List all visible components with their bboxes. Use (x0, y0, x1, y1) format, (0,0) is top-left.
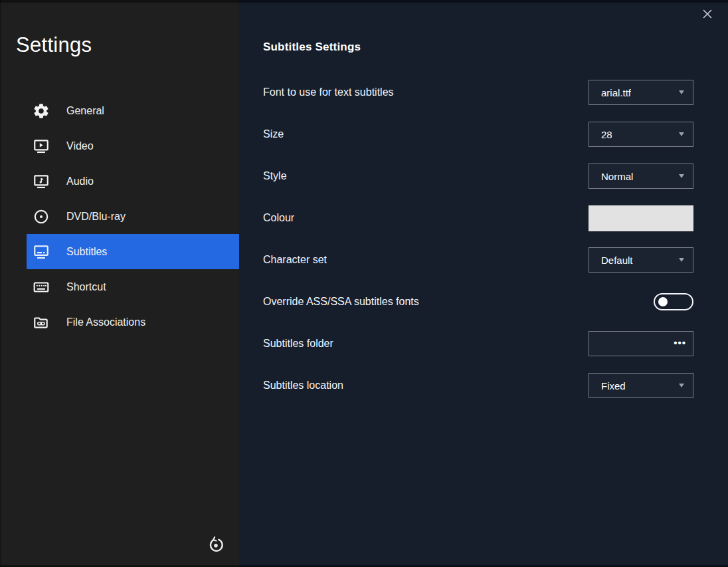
disc-icon (32, 207, 50, 226)
sidebar-item-label: DVD/Blu-ray (66, 211, 126, 223)
settings-rows: Font to use for text subtitles arial.ttf… (263, 80, 693, 415)
subtitles-location-label: Subtitles location (263, 380, 343, 392)
style-dropdown[interactable]: Normal (589, 164, 693, 189)
settings-nav: General Video Audio (0, 93, 239, 340)
close-button[interactable] (701, 7, 714, 21)
sidebar-item-label: Audio (66, 175, 94, 187)
subtitles-folder-input[interactable]: ••• (589, 331, 693, 356)
chevron-down-icon (679, 132, 684, 136)
override-ass-ssa-label: Override ASS/SSA subtitles fonts (263, 296, 419, 308)
size-dropdown[interactable]: 28 (589, 122, 693, 147)
sidebar-item-general[interactable]: General (27, 93, 239, 128)
style-label: Style (263, 170, 287, 182)
subtitles-settings-panel: Subtitles Settings Font to use for text … (239, 0, 728, 567)
size-label: Size (263, 128, 284, 140)
colour-swatch[interactable] (589, 205, 693, 231)
reset-settings-button[interactable] (207, 536, 225, 554)
settings-row-override-ass-ssa: Override ASS/SSA subtitles fonts (263, 289, 693, 314)
reset-rotate-icon (207, 536, 225, 554)
style-dropdown-value: Normal (601, 171, 633, 182)
sidebar-item-shortcut[interactable]: Shortcut (27, 269, 239, 304)
settings-row-size: Size 28 (263, 122, 693, 147)
size-dropdown-value: 28 (601, 129, 612, 140)
close-icon (701, 7, 714, 21)
font-label: Font to use for text subtitles (263, 86, 394, 98)
sidebar-item-file-associations[interactable]: File Associations (27, 304, 239, 340)
settings-row-subtitles-folder: Subtitles folder ••• (263, 331, 693, 356)
colour-label: Colour (263, 212, 294, 224)
subtitles-monitor-icon (32, 243, 50, 261)
settings-row-colour: Colour (263, 205, 693, 231)
font-dropdown[interactable]: arial.ttf (589, 80, 693, 105)
folder-link-icon (32, 313, 50, 332)
chevron-down-icon (679, 384, 684, 388)
gear-icon (32, 102, 50, 120)
sidebar-item-label: File Associations (66, 316, 145, 328)
sidebar-item-label: Subtitles (66, 246, 107, 258)
font-dropdown-value: arial.ttf (601, 87, 631, 98)
video-monitor-icon (32, 137, 50, 156)
override-ass-ssa-toggle[interactable] (654, 293, 693, 310)
sidebar-item-video[interactable]: Video (27, 128, 239, 164)
chevron-down-icon (679, 258, 684, 262)
settings-sidebar: Settings General Video (0, 0, 239, 567)
settings-row-character-set: Character set Default (263, 247, 693, 273)
sidebar-item-label: Video (66, 140, 94, 152)
subtitles-location-dropdown-value: Fixed (601, 380, 626, 392)
character-set-dropdown[interactable]: Default (589, 247, 693, 273)
sidebar-item-subtitles[interactable]: Subtitles (27, 234, 239, 269)
chevron-down-icon (679, 174, 684, 178)
sidebar-item-label: Shortcut (66, 281, 106, 293)
keyboard-icon (32, 278, 50, 296)
subtitles-folder-label: Subtitles folder (263, 338, 333, 350)
subtitles-location-dropdown[interactable]: Fixed (589, 373, 693, 398)
settings-row-subtitles-location: Subtitles location Fixed (263, 373, 693, 398)
sidebar-item-label: General (66, 105, 104, 117)
settings-row-style: Style Normal (263, 164, 693, 189)
character-set-label: Character set (263, 254, 327, 266)
sidebar-item-audio[interactable]: Audio (27, 164, 239, 199)
sidebar-item-dvd-bluray[interactable]: DVD/Blu-ray (27, 199, 239, 234)
toggle-knob (658, 297, 668, 306)
page-title: Subtitles Settings (263, 41, 361, 54)
settings-title: Settings (16, 33, 92, 57)
browse-button[interactable]: ••• (674, 337, 686, 348)
settings-row-font: Font to use for text subtitles arial.ttf (263, 80, 693, 105)
audio-monitor-icon (32, 172, 50, 191)
chevron-down-icon (679, 90, 684, 94)
character-set-dropdown-value: Default (601, 255, 633, 266)
window-top-edge (0, 0, 728, 3)
